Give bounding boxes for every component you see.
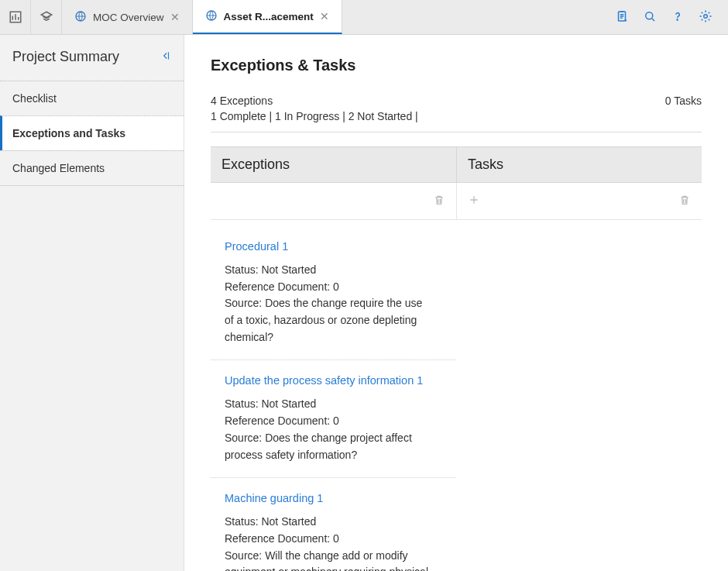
ref-value: 0	[333, 280, 339, 293]
exception-title-link[interactable]: Procedural 1	[225, 240, 442, 253]
status-label: Status:	[225, 263, 261, 276]
sidebar-item-exceptions-tasks[interactable]: Exceptions and Tasks	[0, 115, 184, 150]
topbar: MOC Overview ✕ Asset R...acement ✕	[0, 0, 728, 35]
exceptions-column-header: Exceptions	[211, 146, 456, 183]
ref-label: Reference Document:	[225, 414, 333, 427]
trash-icon[interactable]	[433, 194, 445, 208]
tasks-list	[456, 220, 702, 232]
status-value: Not Started	[261, 263, 316, 276]
tasks-count: 0 Tasks	[665, 95, 702, 107]
status-value: Not Started	[261, 515, 316, 528]
exception-title-link[interactable]: Machine guarding 1	[225, 492, 442, 504]
exception-meta: Status: Not Started Reference Document: …	[225, 262, 442, 346]
page-title: Exceptions & Tasks	[211, 57, 702, 74]
ref-value: 0	[333, 414, 339, 427]
tab-label: MOC Overview	[93, 12, 164, 23]
exception-card: Machine guarding 1 Status: Not Started R…	[211, 478, 456, 571]
close-icon[interactable]: ✕	[320, 10, 329, 22]
tab-asset-replacement[interactable]: Asset R...acement ✕	[193, 0, 342, 34]
exception-card: Procedural 1 Status: Not Started Referen…	[211, 226, 456, 360]
globe-icon	[74, 10, 87, 25]
close-icon[interactable]: ✕	[170, 11, 180, 23]
collapse-icon[interactable]	[160, 50, 171, 64]
ref-label: Reference Document:	[225, 532, 333, 545]
exceptions-list: Procedural 1 Status: Not Started Referen…	[211, 220, 456, 571]
help-icon[interactable]	[671, 9, 685, 26]
exception-meta: Status: Not Started Reference Document: …	[225, 396, 442, 463]
ref-value: 0	[333, 532, 339, 545]
exception-card: Update the process safety information 1 …	[211, 360, 456, 478]
tasks-toolbar	[456, 183, 702, 220]
status-breakdown: 1 Complete | 1 In Progress | 2 Not Start…	[211, 110, 418, 122]
trash-icon[interactable]	[678, 194, 691, 208]
source-label: Source:	[225, 432, 265, 444]
svg-point-5	[677, 19, 678, 19]
topbar-left: MOC Overview ✕ Asset R...acement ✕	[0, 0, 342, 34]
exceptions-count: 4 Exceptions	[211, 95, 418, 107]
status-label: Status:	[225, 397, 261, 410]
svg-point-4	[646, 12, 653, 19]
gear-icon[interactable]	[699, 9, 713, 26]
columns: Exceptions Procedural 1 Status: Not Star…	[211, 146, 702, 571]
topbar-right	[615, 0, 728, 34]
search-icon[interactable]	[643, 9, 657, 26]
exceptions-column: Exceptions Procedural 1 Status: Not Star…	[211, 146, 456, 571]
sidebar-item-changed-elements[interactable]: Changed Elements	[0, 150, 184, 186]
sidebar: Project Summary Checklist Exceptions and…	[0, 35, 184, 571]
tab-label: Asset R...acement	[224, 11, 314, 22]
status-label: Status:	[225, 515, 261, 528]
globe-icon	[205, 9, 218, 24]
source-label: Source:	[225, 549, 265, 562]
source-label: Source:	[225, 297, 265, 309]
ref-label: Reference Document:	[225, 280, 333, 293]
exception-title-link[interactable]: Update the process safety information 1	[225, 374, 442, 387]
dashboard-icon[interactable]	[0, 0, 31, 34]
sidebar-item-label: Exceptions and Tasks	[12, 127, 125, 139]
status-value: Not Started	[261, 397, 316, 410]
layers-icon[interactable]	[31, 0, 62, 34]
sidebar-item-checklist[interactable]: Checklist	[0, 81, 184, 115]
sidebar-item-label: Checklist	[12, 92, 57, 105]
main: Exceptions & Tasks 4 Exceptions 1 Comple…	[184, 35, 728, 571]
clipboard-icon[interactable]	[615, 9, 629, 26]
main-scroll[interactable]: Exceptions & Tasks 4 Exceptions 1 Comple…	[184, 35, 728, 571]
tab-moc-overview[interactable]: MOC Overview ✕	[62, 0, 193, 34]
sidebar-title: Project Summary	[12, 49, 119, 65]
sidebar-item-label: Changed Elements	[12, 162, 105, 174]
sidebar-header: Project Summary	[0, 35, 184, 81]
exception-meta: Status: Not Started Reference Document: …	[225, 514, 442, 571]
tasks-column-header: Tasks	[456, 146, 702, 183]
tasks-column: Tasks	[456, 146, 702, 571]
summary-row: 4 Exceptions 1 Complete | 1 In Progress …	[211, 95, 702, 132]
svg-point-6	[704, 14, 708, 18]
plus-icon[interactable]	[468, 194, 480, 208]
exceptions-toolbar	[211, 183, 456, 220]
